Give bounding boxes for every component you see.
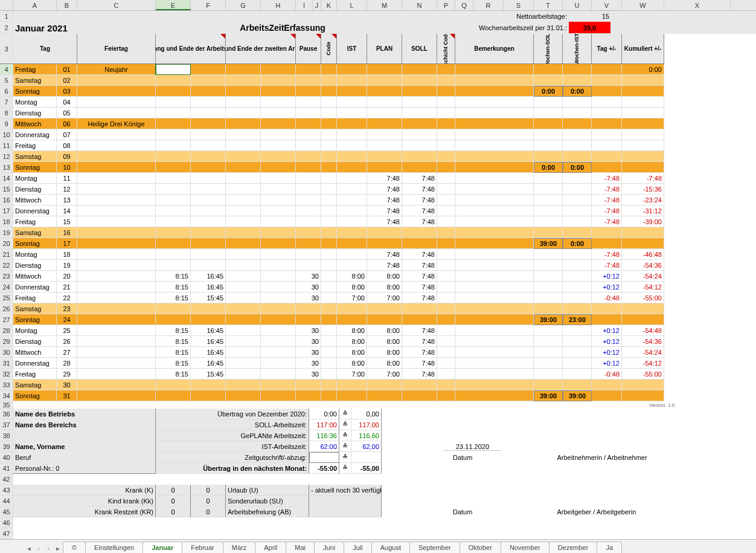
end2-cell[interactable]	[261, 129, 296, 140]
soll-cell[interactable]	[402, 390, 437, 401]
end1-cell[interactable]	[191, 249, 226, 260]
day-cell[interactable]: Montag	[13, 325, 57, 336]
start1-cell[interactable]	[156, 195, 191, 205]
code-cell[interactable]	[321, 249, 337, 260]
start1-cell[interactable]	[156, 108, 191, 118]
end2-cell[interactable]	[261, 369, 296, 380]
end2-cell[interactable]	[261, 227, 296, 238]
sheet-tab-märz[interactable]: März	[223, 542, 255, 553]
tagpm-cell[interactable]: -0:48	[592, 369, 622, 380]
kum-cell[interactable]	[622, 108, 664, 118]
wsoll-cell[interactable]	[534, 325, 563, 336]
col-J[interactable]: J	[313, 0, 321, 10]
start1-cell[interactable]	[156, 216, 191, 227]
start2-cell[interactable]	[226, 195, 261, 205]
schicht-cell[interactable]	[437, 195, 455, 205]
tagpm-cell[interactable]	[592, 227, 622, 238]
start2-cell[interactable]	[226, 108, 261, 118]
end2-cell[interactable]	[261, 380, 296, 390]
code-cell[interactable]	[321, 260, 337, 271]
schicht-cell[interactable]	[437, 358, 455, 369]
row-23[interactable]: 23	[0, 271, 13, 282]
schicht-cell[interactable]	[437, 86, 455, 97]
col-H[interactable]: H	[261, 0, 296, 10]
daynum-cell[interactable]: 26	[57, 336, 77, 347]
wsoll-cell[interactable]	[534, 227, 563, 238]
sheet-tab-ja[interactable]: Ja	[597, 542, 622, 553]
pause-cell[interactable]	[296, 380, 321, 390]
start2-cell[interactable]	[226, 184, 261, 195]
code-cell[interactable]	[321, 64, 337, 75]
day-cell[interactable]: Dienstag	[13, 184, 57, 195]
soll-cell[interactable]	[402, 129, 437, 140]
holiday-cell[interactable]	[77, 260, 156, 271]
row-29[interactable]: 29	[0, 336, 13, 347]
holiday-cell[interactable]	[77, 282, 156, 293]
wist-cell[interactable]	[563, 380, 592, 390]
start1-cell[interactable]	[156, 173, 191, 184]
start1-cell[interactable]	[156, 249, 191, 260]
row-20[interactable]: 20	[0, 238, 13, 249]
sheet-tab-november[interactable]: November	[501, 542, 549, 553]
pause-cell[interactable]	[296, 184, 321, 195]
soll-cell[interactable]	[402, 238, 437, 249]
col-P[interactable]: P	[437, 0, 455, 10]
end2-cell[interactable]	[261, 347, 296, 358]
row-35[interactable]: 35	[0, 401, 13, 409]
wist-cell[interactable]: 0:00	[563, 86, 592, 97]
tagpm-cell[interactable]	[592, 97, 622, 108]
end2-cell[interactable]	[261, 151, 296, 162]
schicht-cell[interactable]	[437, 336, 455, 347]
start1-cell[interactable]: 8:15	[156, 282, 191, 293]
end2-cell[interactable]	[261, 162, 296, 173]
end2-cell[interactable]	[261, 390, 296, 401]
tagpm-cell[interactable]: -7:48	[592, 260, 622, 271]
soll-cell[interactable]: 7:48	[402, 173, 437, 184]
day-cell[interactable]: Mittwoch	[13, 118, 57, 129]
col-B[interactable]: B	[57, 0, 77, 10]
bem-cell[interactable]	[455, 336, 534, 347]
end2-cell[interactable]	[261, 75, 296, 86]
wist-cell[interactable]	[563, 75, 592, 86]
kum-cell[interactable]: -15:36	[622, 184, 664, 195]
wist-cell[interactable]	[563, 358, 592, 369]
schicht-cell[interactable]	[437, 325, 455, 336]
wist-cell[interactable]	[563, 369, 592, 380]
wist-cell[interactable]: 0:00	[563, 238, 592, 249]
code-cell[interactable]	[321, 173, 337, 184]
daynum-cell[interactable]: 29	[57, 369, 77, 380]
kum-cell[interactable]: -54:36	[622, 260, 664, 271]
schicht-cell[interactable]	[437, 303, 455, 314]
daynum-cell[interactable]: 03	[57, 86, 77, 97]
row-19[interactable]: 19	[0, 227, 13, 238]
row-5[interactable]: 5	[0, 75, 13, 86]
schicht-cell[interactable]	[437, 293, 455, 303]
start2-cell[interactable]	[226, 97, 261, 108]
bem-cell[interactable]	[455, 97, 534, 108]
pause-cell[interactable]	[296, 151, 321, 162]
row-40[interactable]: 40	[0, 452, 13, 463]
code-cell[interactable]	[321, 195, 337, 205]
wsoll-cell[interactable]	[534, 216, 563, 227]
row-38[interactable]: 38	[0, 430, 13, 441]
start2-cell[interactable]	[226, 129, 261, 140]
soll-cell[interactable]	[402, 75, 437, 86]
wist-cell[interactable]	[563, 271, 592, 282]
plan-cell[interactable]	[367, 140, 402, 151]
row-13[interactable]: 13	[0, 162, 13, 173]
bem-cell[interactable]	[455, 151, 534, 162]
daynum-cell[interactable]: 24	[57, 314, 77, 325]
bem-cell[interactable]	[455, 140, 534, 151]
plan-cell[interactable]: 7:00	[367, 293, 402, 303]
kum-cell[interactable]: -54:24	[622, 347, 664, 358]
code-cell[interactable]	[321, 151, 337, 162]
bem-cell[interactable]	[455, 205, 534, 216]
wsoll-cell[interactable]: 0:00	[534, 86, 563, 97]
start2-cell[interactable]	[226, 369, 261, 380]
daynum-cell[interactable]: 19	[57, 260, 77, 271]
wist-cell[interactable]	[563, 97, 592, 108]
code-cell[interactable]	[321, 118, 337, 129]
start2-cell[interactable]	[226, 336, 261, 347]
start2-cell[interactable]	[226, 162, 261, 173]
day-cell[interactable]: Mittwoch	[13, 271, 57, 282]
